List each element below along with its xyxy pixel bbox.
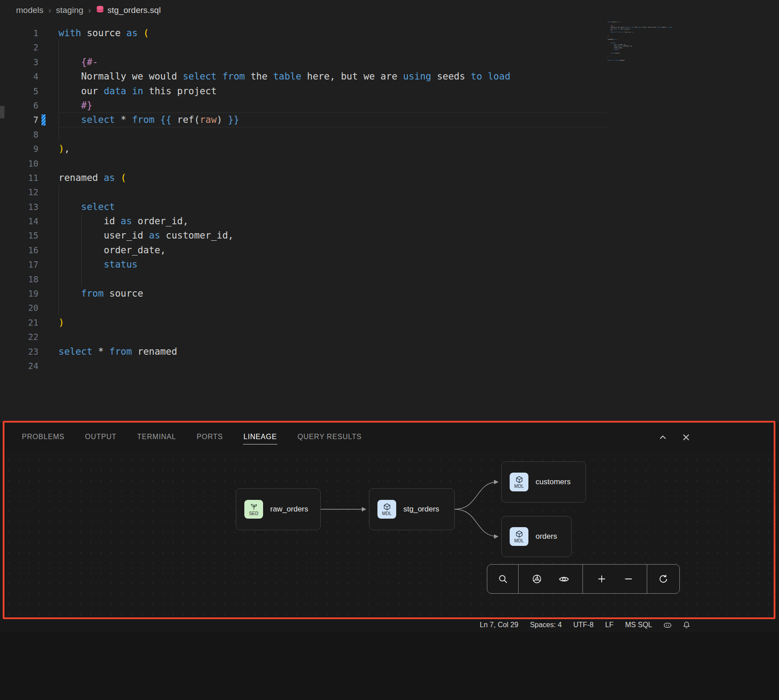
panel-tab-terminal[interactable]: TERMINAL (137, 430, 176, 444)
code-line-14[interactable]: 14 id as order_id, (0, 214, 779, 228)
line-number: 20 (0, 301, 38, 315)
code-text (59, 330, 779, 344)
line-number: 4 (0, 69, 38, 84)
breadcrumb-item-models[interactable]: models (16, 5, 43, 15)
code-text: user_id as customer_id, (59, 228, 779, 243)
search-icon[interactable] (498, 574, 508, 584)
model-icon: MDL (510, 473, 528, 491)
code-text: ), (59, 142, 779, 156)
copilot-icon[interactable] (658, 620, 677, 630)
code-line-6[interactable]: 6 #} (0, 98, 779, 113)
indent-guide (59, 228, 59, 243)
code-line-22[interactable]: 22 (0, 330, 779, 344)
panel-tab-lineage[interactable]: LINEAGE (243, 430, 277, 444)
code-line-21[interactable]: 21) (0, 315, 779, 330)
code-line-19[interactable]: 19 from source (0, 286, 779, 301)
indent-guide (59, 113, 59, 127)
code-text (59, 156, 779, 171)
indent-guide (59, 286, 59, 301)
line-number: 24 (0, 359, 38, 373)
indent-guide (59, 55, 59, 69)
zoom-in-icon[interactable] (596, 574, 607, 584)
line-number: 2 (0, 40, 38, 54)
indent-guide (81, 228, 82, 243)
code-editor[interactable]: 1with source as (23 {#-4 Normally we wou… (0, 21, 779, 422)
code-line-17[interactable]: 17 status (0, 257, 779, 272)
panel-tab-output[interactable]: OUTPUT (84, 430, 117, 444)
lineage-toolbar (487, 564, 680, 594)
indent-guide (59, 40, 59, 54)
minimap-line (607, 61, 679, 63)
indent-guide (81, 243, 82, 257)
line-number: 17 (0, 257, 38, 272)
code-line-5[interactable]: 5 our data in this project (0, 84, 779, 98)
code-text: ) (59, 315, 779, 330)
lineage-node-stg_orders[interactable]: MDLstg_orders (369, 488, 455, 530)
chevron-up-icon[interactable] (658, 433, 667, 442)
breadcrumb-separator: › (88, 6, 91, 15)
lineage-node-raw_orders[interactable]: SEDraw_orders (236, 488, 321, 530)
code-line-24[interactable]: 24 (0, 359, 779, 373)
line-number: 10 (0, 156, 38, 171)
panel-tab-ports[interactable]: PORTS (196, 430, 223, 444)
eol-setting[interactable]: LF (599, 621, 620, 629)
refresh-icon[interactable] (658, 574, 669, 584)
code-text: select * from renamed (59, 344, 779, 359)
cursor-position[interactable]: Ln 7, Col 29 (474, 621, 524, 629)
code-line-7[interactable]: 7 select * from {{ ref(raw) }} (0, 113, 779, 127)
minimap[interactable]: with source as ( {#- Normally we would s… (607, 21, 679, 63)
code-line-15[interactable]: 15 user_id as customer_id, (0, 228, 779, 243)
panel-tab-problems[interactable]: PROBLEMS (21, 430, 65, 444)
code-text: renamed as ( (59, 171, 779, 185)
indent-guide (59, 200, 59, 214)
line-number: 1 (0, 26, 38, 40)
indent-guide (59, 185, 59, 199)
zoom-out-icon[interactable] (623, 574, 634, 584)
code-line-20[interactable]: 20 (0, 301, 779, 315)
code-line-13[interactable]: 13 select (0, 200, 779, 214)
line-number: 15 (0, 228, 38, 243)
eye-icon[interactable] (558, 574, 570, 585)
indent-guide (59, 98, 59, 113)
indent-guide (59, 272, 59, 286)
code-line-12[interactable]: 12 (0, 185, 779, 199)
indent-guide (59, 69, 59, 84)
breadcrumb-item-staging[interactable]: staging (56, 5, 83, 15)
code-line-10[interactable]: 10 (0, 156, 779, 171)
seed-icon: SED (244, 500, 263, 519)
line-number: 5 (0, 84, 38, 98)
code-line-16[interactable]: 16 order_date, (0, 243, 779, 257)
lineage-canvas[interactable]: SEDraw_ordersMDLstg_ordersMDLcustomersMD… (0, 453, 779, 618)
code-line-11[interactable]: 11renamed as ( (0, 171, 779, 185)
code-text: select * from {{ ref(raw) }} (59, 113, 607, 127)
panel-tabs: PROBLEMSOUTPUTTERMINALPORTSLINEAGEQUERY … (21, 430, 362, 444)
code-line-4[interactable]: 4 Normally we would select from the tabl… (0, 69, 779, 84)
code-text (59, 359, 779, 373)
aperture-icon[interactable] (532, 574, 542, 584)
code-line-9[interactable]: 9), (0, 142, 779, 156)
line-number: 9 (0, 142, 38, 156)
breadcrumb-separator: › (48, 6, 51, 15)
code-text: id as order_id, (59, 214, 779, 228)
close-icon[interactable] (682, 433, 691, 442)
lineage-node-customers[interactable]: MDLcustomers (501, 461, 586, 503)
code-line-8[interactable]: 8 (0, 127, 779, 142)
database-icon (96, 5, 104, 16)
status-bar: Ln 7, Col 29 Spaces: 4 UTF-8 LF MS SQL (0, 618, 779, 632)
code-text: our data in this project (59, 84, 779, 98)
language-mode[interactable]: MS SQL (620, 621, 658, 629)
indent-guide (81, 214, 82, 228)
indentation-setting[interactable]: Spaces: 4 (524, 621, 567, 629)
panel-tab-query-results[interactable]: QUERY RESULTS (297, 430, 362, 444)
line-number: 3 (0, 55, 38, 69)
encoding-setting[interactable]: UTF-8 (568, 621, 599, 629)
line-number: 22 (0, 330, 38, 344)
model-icon: MDL (377, 500, 396, 519)
node-label: raw_orders (270, 505, 308, 514)
indent-guide (81, 257, 82, 272)
lineage-node-orders[interactable]: MDLorders (501, 516, 572, 557)
code-line-18[interactable]: 18 (0, 272, 779, 286)
code-line-23[interactable]: 23select * from renamed (0, 344, 779, 359)
bell-icon[interactable] (677, 620, 696, 629)
breadcrumb-file[interactable]: stg_orders.sql (96, 5, 161, 16)
